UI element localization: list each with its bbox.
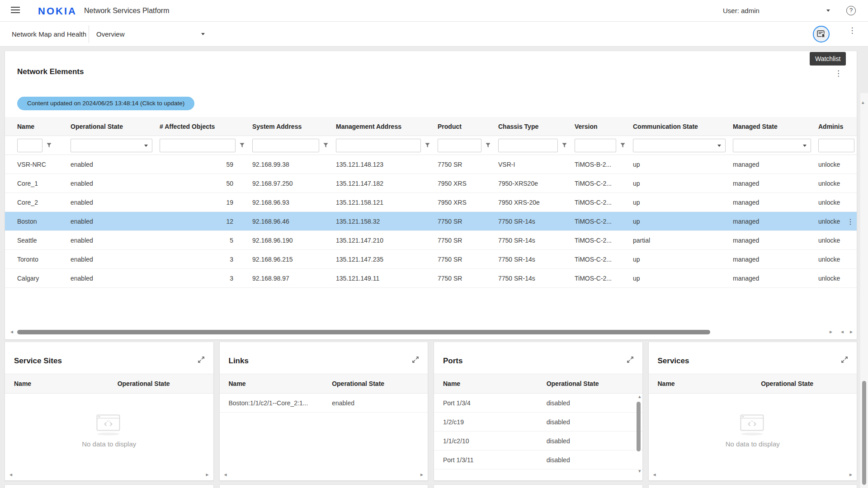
filter-funnel-icon[interactable]	[323, 142, 329, 148]
table-row[interactable]: VSR-NRC enabled 59 92.168.99.38 135.121.…	[5, 155, 857, 174]
hscroll-right-arrow-icon[interactable]: ▸	[849, 471, 852, 478]
vscroll-down-arrow-icon[interactable]: ▾	[638, 468, 641, 474]
row-kebab-icon[interactable]: ⋮	[847, 217, 854, 226]
list-item[interactable]: 1/1/c2/10 disabled	[434, 432, 642, 450]
table-row[interactable]: Toronto enabled 3 92.168.96.215 135.121.…	[5, 250, 857, 269]
filter-funnel-icon[interactable]	[239, 142, 245, 148]
user-menu-label[interactable]: User: admin	[723, 7, 760, 14]
panel-col-name[interactable]: Name	[220, 380, 332, 387]
cell-managed-state: managed	[726, 161, 811, 168]
view-dropdown[interactable]: Overview	[96, 30, 125, 38]
col-header-operational-state[interactable]: Operational State	[63, 123, 152, 130]
filter-select-communication-state[interactable]	[633, 139, 726, 152]
cell-administrative-state: unlocke	[811, 180, 854, 187]
filter-funnel-icon[interactable]	[561, 142, 567, 148]
filter-funnel-icon[interactable]	[425, 142, 430, 148]
list-item[interactable]: 1/2/c19 disabled	[434, 413, 642, 432]
cell-product: 7750 SR	[430, 256, 491, 263]
filter-select-operational-state[interactable]	[71, 139, 152, 152]
table-row[interactable]: Core_1 enabled 50 92.168.97.250 135.121.…	[5, 174, 857, 193]
col-header-name[interactable]: Name	[10, 123, 63, 130]
col-header-system-address[interactable]: System Address	[245, 123, 329, 130]
panel-col-state[interactable]: Operational State	[118, 380, 213, 387]
hscroll-thumb[interactable]	[17, 330, 710, 334]
table-row[interactable]: Boston enabled 12 92.168.96.46 135.121.1…	[5, 212, 857, 231]
col-header-product[interactable]: Product	[430, 123, 491, 130]
ports-panel: Ports Name Operational State Port 1/3/4 …	[434, 342, 643, 481]
column-page-next-icon[interactable]: ▸	[850, 328, 853, 335]
expand-icon[interactable]	[626, 356, 634, 364]
item-state: disabled	[547, 418, 642, 426]
cell-management-address: 135.121.158.32	[329, 218, 430, 225]
cell-name: Boston	[10, 218, 63, 225]
hscroll-left-arrow-icon[interactable]: ◂	[9, 471, 12, 478]
user-caret-down-icon[interactable]	[826, 9, 830, 12]
col-header-chassis-type[interactable]: Chassis Type	[491, 123, 567, 130]
list-item[interactable]: Port 1/3/11 disabled	[434, 450, 642, 469]
panel-col-state[interactable]: Operational State	[761, 380, 857, 387]
filter-input-administrative-state[interactable]	[818, 139, 854, 152]
hscroll-left-arrow-icon[interactable]: ◂	[653, 471, 656, 478]
list-item[interactable]: Boston:1/1/c2/1--Core_2:1... enabled	[220, 394, 428, 413]
cell-version: TiMOS-C-2...	[567, 199, 626, 206]
col-header-administrative-state[interactable]: Adminis	[811, 123, 854, 130]
col-header-management-address[interactable]: Management Address	[329, 123, 430, 130]
filter-funnel-icon[interactable]	[620, 142, 626, 148]
filter-input-management-address[interactable]	[336, 139, 421, 152]
cell-product: 7750 SR	[430, 275, 491, 282]
watchlist-button[interactable]	[813, 26, 830, 42]
help-icon[interactable]: ?	[846, 6, 856, 15]
expand-icon[interactable]	[411, 356, 420, 364]
table-row[interactable]: Calgary enabled 3 92.168.98.97 135.121.1…	[5, 269, 857, 288]
filter-select-managed-state[interactable]	[733, 139, 811, 152]
table-row[interactable]: Seattle enabled 5 92.168.96.190 135.121.…	[5, 231, 857, 250]
hamburger-menu-icon[interactable]	[11, 7, 20, 14]
breadcrumb[interactable]: Network Map and Health	[12, 30, 86, 38]
col-header-version[interactable]: Version	[567, 123, 626, 130]
filter-input-name[interactable]	[17, 139, 42, 152]
panel-col-state[interactable]: Operational State	[547, 380, 642, 387]
main-content: Network Elements ⋮ Content updated on 20…	[0, 47, 868, 488]
filter-input-system-address[interactable]	[252, 139, 319, 152]
filter-input-chassis-type[interactable]	[498, 139, 558, 152]
col-header-affected-objects[interactable]: # Affected Objects	[152, 123, 245, 130]
hscroll-left-arrow-icon[interactable]: ◂	[10, 328, 13, 335]
hscroll-right-arrow-icon[interactable]: ▸	[830, 328, 832, 335]
no-data-text: No data to display	[82, 440, 136, 448]
expand-icon[interactable]	[197, 356, 205, 364]
panel-col-name[interactable]: Name	[434, 380, 547, 387]
table-row[interactable]: Core_2 enabled 19 92.168.96.93 135.121.1…	[5, 193, 857, 212]
view-caret-down-icon[interactable]	[201, 33, 205, 35]
list-item[interactable]: Port 1/3/4 disabled	[434, 394, 642, 413]
cell-administrative-state: unlocke	[811, 237, 854, 244]
vscroll-thumb[interactable]	[637, 402, 641, 451]
column-page-prev-icon[interactable]: ◂	[841, 328, 844, 335]
cell-communication-state: up	[626, 161, 726, 168]
panel-col-state[interactable]: Operational State	[332, 380, 428, 387]
hscroll-right-arrow-icon[interactable]: ▸	[420, 471, 423, 478]
col-header-managed-state[interactable]: Managed State	[726, 123, 811, 130]
no-data-text: No data to display	[726, 440, 780, 448]
vscroll-up-arrow-icon[interactable]: ▴	[638, 394, 641, 399]
filter-funnel-icon[interactable]	[485, 142, 491, 148]
hscroll-left-arrow-icon[interactable]: ◂	[224, 471, 227, 478]
toolbar-kebab-icon[interactable]: ⋮	[848, 29, 856, 33]
filter-input-version[interactable]	[575, 139, 616, 152]
col-header-communication-state[interactable]: Communication State	[626, 123, 726, 130]
cell-administrative-state: unlocke	[811, 161, 854, 168]
hscroll-right-arrow-icon[interactable]: ▸	[206, 471, 208, 478]
cell-communication-state: up	[626, 256, 726, 263]
panel-col-name[interactable]: Name	[5, 380, 118, 387]
cell-system-address: 92.168.96.215	[245, 256, 329, 263]
expand-icon[interactable]	[840, 356, 849, 364]
filter-funnel-icon[interactable]	[46, 142, 52, 148]
content-updated-pill[interactable]: Content updated on 2024/06/25 13:48:14 (…	[17, 97, 194, 110]
vscroll-thumb[interactable]	[862, 381, 866, 485]
panel-title: Ports	[443, 357, 462, 366]
filter-input-product[interactable]	[438, 139, 481, 152]
network-elements-kebab-icon[interactable]: ⋮	[835, 69, 842, 78]
vscroll-up-arrow-icon[interactable]: ▴	[862, 99, 864, 105]
filter-input-affected-objects[interactable]	[160, 139, 236, 152]
panel-col-name[interactable]: Name	[649, 380, 761, 387]
column-settings-kebab-icon[interactable]: ⋮	[854, 122, 857, 131]
